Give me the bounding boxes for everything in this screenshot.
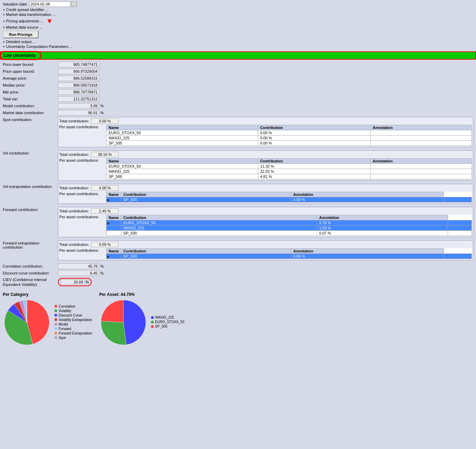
model-contribution-row: Model contribution: 3.09 % (0, 102, 476, 109)
mle-price-label: Mle price: (3, 90, 58, 94)
market-data-contribution-value: 96.91 (58, 110, 99, 116)
market-data-contribution-label: Market data contribution: (3, 111, 58, 115)
price-lower-bound-row: Price lower bound: 865.74977471 (0, 61, 476, 68)
price-upper-bound-label: Price upper bound: (3, 69, 58, 73)
forward-contribution-label: Forward contribution: (3, 207, 58, 212)
vol-extra-total-label: Total contribution: (59, 186, 89, 190)
fwd-extra-asset-table: Name Contribution Annotation ▶SP_5000.09… (106, 248, 472, 259)
spot-per-asset-label: Per asset contributions: (59, 125, 104, 129)
model-contribution-label: Model contribution: (3, 104, 58, 108)
average-price-value: 886.52588315 (58, 76, 99, 81)
vol-extrapolation-content: Total contribution: 4.00 % Per asset con… (58, 184, 473, 204)
detailed-output-row[interactable]: + Detailed output ... (3, 40, 473, 44)
fe-col-contribution: Contribution (121, 249, 291, 254)
fwd-total-value: 2.45 % (91, 208, 119, 214)
market-data-contribution-unit: % (100, 111, 104, 115)
ve-col-contribution: Contribution (121, 192, 291, 197)
forward-contribution-section: Forward contribution: Total contribution… (0, 206, 476, 239)
forward-extrapolation-content: Total contribution: 0.09 % Per asset con… (58, 240, 473, 260)
credit-spread-row[interactable]: + Credit spread identifier ... (3, 8, 473, 12)
vol-contribution-content: Total contribution: 38.16 % Per asset co… (58, 150, 473, 181)
run-pricings-button[interactable]: Run Pricings (3, 31, 39, 38)
uncertainty-params-row[interactable]: + Uncertainty Computation Parameters ... (3, 44, 473, 49)
spot-total-row: Total contribution: 0.00 % (59, 118, 472, 124)
per-asset-chart-container: Per Asset: 44.70% NIKKEI_225EURO_STOXX_5… (99, 292, 184, 347)
spot-total-label: Total contribution: (59, 119, 89, 123)
ciev-row: CIEV (Confidence Interval Equivalent Vol… (0, 277, 476, 288)
discount-curve-row: Discount curve contribution: 6.45 % (0, 270, 476, 277)
fwd-extra-total-value: 0.09 % (91, 242, 119, 247)
legend-item: Model (54, 322, 92, 326)
charts-section: Per Category CorrelationVolatilityDiscou… (0, 290, 476, 349)
pricing-adjustments-row[interactable]: + Pricing adjustments ... (3, 19, 43, 23)
per-asset-legend: NIKKEI_225EURO_STOXX_50SP_500 (151, 316, 184, 329)
correlation-contribution-label: Correlation contribution: (3, 264, 58, 268)
vol-total-label: Total contribution: (59, 152, 89, 157)
vol-contribution-label: Vol contribution: (3, 150, 58, 155)
spot-col-contribution: Contribution (258, 125, 371, 130)
legend-item: Correlation (54, 305, 92, 308)
spot-col-name: Name (107, 125, 258, 130)
discount-curve-unit: % (100, 271, 104, 275)
top-section: Valuation date: ... + Credit spread iden… (0, 0, 476, 51)
vol-per-asset-label: Per asset contributions: (59, 158, 104, 162)
legend-item: Discount Curve (54, 313, 92, 317)
correlation-contribution-row: Correlation contribution: 45.76 % (0, 263, 476, 270)
median-price-value: 886.58571918 (58, 82, 99, 88)
market-data-source-row[interactable]: + Market data source ... (3, 25, 473, 29)
price-lower-bound-label: Price lower bound: (3, 62, 58, 67)
total-var-value: 111.32751312 (58, 96, 99, 102)
fe-col-annotation: Annotation (291, 249, 444, 254)
discount-curve-label: Discount curve contribution: (3, 271, 58, 275)
spot-per-asset-row: Per asset contributions: Name Contributi… (59, 125, 472, 146)
ciev-value: 20.09 (61, 279, 85, 285)
forward-extrapolation-section: Forward extrapolation contribution: Tota… (0, 240, 476, 262)
fwd-extra-total-row: Total contribution: 0.09 % (59, 242, 472, 247)
market-data-transform-row[interactable]: + Market data transformation ... (3, 12, 473, 17)
red-arrow-icon: ▼ (46, 17, 53, 25)
main-content: Price lower bound: 865.74977471 Price up… (0, 60, 476, 290)
median-price-label: Median price: (3, 83, 58, 87)
mle-price-row: Mle price: 886.70778671 (0, 89, 476, 96)
spot-contribution-label: Spot contribution: (3, 117, 58, 122)
vol-total-row: Total contribution: 38.16 % (59, 152, 472, 157)
fwd-per-asset-label: Per asset contributions: (59, 215, 104, 219)
vol-total-value: 38.16 % (91, 152, 119, 157)
total-var-row: Total var: 111.32751312 (0, 96, 476, 102)
per-category-chart-container: Per Category CorrelationVolatilityDiscou… (3, 292, 92, 347)
per-category-legend: CorrelationVolatilityDiscount CurveVolat… (54, 305, 92, 340)
fwd-total-label: Total contribution: (59, 209, 89, 213)
per-asset-pie-wrapper: NIKKEI_225EURO_STOXX_50SP_500 (99, 298, 184, 347)
browse-button[interactable]: ... (71, 2, 77, 7)
per-category-pie (3, 298, 51, 347)
mle-price-value: 886.70778671 (58, 89, 99, 95)
spot-contribution-section: Spot contribution: Total contribution: 0… (0, 116, 476, 149)
average-price-label: Average price: (3, 76, 58, 80)
valuation-date-input[interactable] (29, 1, 71, 7)
correlation-contribution-value: 45.76 (58, 263, 99, 269)
spot-contribution-content: Total contribution: 0.00 % Per asset con… (58, 117, 473, 147)
discount-curve-value: 6.45 (58, 270, 99, 276)
legend-item: Volatility Extrapolation (54, 318, 92, 322)
vol-col-annotation: Annotation (371, 159, 472, 164)
market-data-contribution-row: Market data contribution: 96.91 % (0, 109, 476, 116)
vol-col-name: Name (107, 159, 258, 164)
fwd-extra-total-label: Total contribution: (59, 242, 89, 247)
legend-item: Forward Extrapolation (54, 331, 92, 335)
ciev-label: CIEV (Confidence Interval Equivalent Vol… (3, 277, 58, 287)
ve-col-name: Name (107, 192, 121, 197)
fe-col-name: Name (107, 249, 121, 254)
vol-extra-per-asset-label: Per asset contributions: (59, 192, 104, 196)
median-price-row: Median price: 886.58571918 (0, 82, 476, 89)
spot-asset-table: Name Contribution Annotation EURO_STOXX_… (106, 125, 472, 146)
fwd-col-contribution: Contribution (121, 215, 317, 220)
legend-item: NIKKEI_225 (151, 316, 184, 319)
run-btn-container: Run Pricings (3, 31, 473, 38)
spot-total-value: 0.00 % (91, 118, 119, 124)
vol-asset-table: Name Contribution Annotation EURO_STOXX_… (106, 158, 472, 179)
vol-contribution-section: Vol contribution: Total contribution: 38… (0, 150, 476, 182)
valuation-date-row: Valuation date: ... (3, 1, 473, 7)
valuation-date-label: Valuation date: (3, 2, 28, 6)
model-contribution-value: 3.09 (58, 103, 99, 109)
correlation-contribution-unit: % (100, 264, 104, 268)
